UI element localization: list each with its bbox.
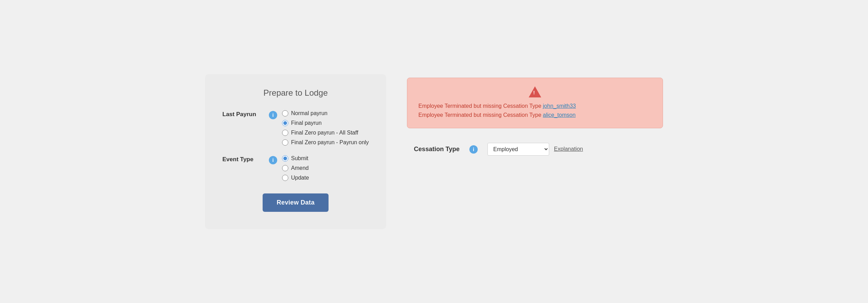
cessation-info-icon[interactable]: i xyxy=(469,145,478,154)
radio-input-submit[interactable] xyxy=(282,155,288,162)
error-line-2: Employee Terminated but missing Cessatio… xyxy=(418,112,652,118)
radio-input-update[interactable] xyxy=(282,175,288,181)
cessation-row: Cessation Type i EmployedResignedRedunda… xyxy=(414,143,663,156)
panel-title: Prepare to Lodge xyxy=(222,88,369,98)
last-payrun-radio-group: Normal payrun Final payrun Final Zero pa… xyxy=(282,110,369,146)
radio-input-final-zero-all[interactable] xyxy=(282,130,288,136)
radio-input-final-zero-only[interactable] xyxy=(282,139,288,146)
left-panel: Prepare to Lodge Last Payrun i Normal pa… xyxy=(205,74,386,229)
radio-amend[interactable]: Amend xyxy=(282,165,309,171)
error-link-1[interactable]: john_smith33 xyxy=(543,103,576,109)
radio-input-final-payrun[interactable] xyxy=(282,120,288,126)
radio-final-payrun[interactable]: Final payrun xyxy=(282,120,369,126)
radio-label-submit: Submit xyxy=(291,155,308,162)
radio-input-amend[interactable] xyxy=(282,165,288,171)
radio-label-final-zero-all: Final Zero payrun - All Staff xyxy=(291,130,358,136)
event-type-info-icon[interactable]: i xyxy=(269,156,277,164)
page-container: Prepare to Lodge Last Payrun i Normal pa… xyxy=(191,60,677,243)
error-link-2[interactable]: alice_tomson xyxy=(543,112,576,118)
event-type-radio-group: Submit Amend Update xyxy=(282,155,309,181)
error-messages: Employee Terminated but missing Cessatio… xyxy=(418,103,652,118)
error-line-1: Employee Terminated but missing Cessatio… xyxy=(418,103,652,109)
error-text-2: Employee Terminated but missing Cessatio… xyxy=(418,112,543,118)
last-payrun-info-icon[interactable]: i xyxy=(269,111,277,119)
error-text-1: Employee Terminated but missing Cessatio… xyxy=(418,103,543,109)
event-type-label: Event Type xyxy=(222,155,264,163)
explanation-link[interactable]: Explanation xyxy=(554,146,583,152)
radio-label-normal-payrun: Normal payrun xyxy=(291,110,327,116)
radio-submit[interactable]: Submit xyxy=(282,155,309,162)
review-data-button[interactable]: Review Data xyxy=(263,193,328,212)
right-panel: Employee Terminated but missing Cessatio… xyxy=(407,74,663,156)
cessation-type-label: Cessation Type xyxy=(414,146,460,153)
radio-input-normal-payrun[interactable] xyxy=(282,110,288,116)
radio-final-zero-only[interactable]: Final Zero payrun - Payrun only xyxy=(282,139,369,146)
radio-label-amend: Amend xyxy=(291,165,309,171)
review-button-row: Review Data xyxy=(222,193,369,212)
radio-final-zero-all[interactable]: Final Zero payrun - All Staff xyxy=(282,130,369,136)
error-box: Employee Terminated but missing Cessatio… xyxy=(407,78,663,128)
cessation-type-select[interactable]: EmployedResignedRedundancyDismissedContr… xyxy=(487,143,549,156)
radio-label-final-zero-only: Final Zero payrun - Payrun only xyxy=(291,139,369,146)
radio-update[interactable]: Update xyxy=(282,175,309,181)
radio-label-final-payrun: Final payrun xyxy=(291,120,322,126)
radio-label-update: Update xyxy=(291,175,309,181)
last-payrun-row: Last Payrun i Normal payrun Final payrun… xyxy=(222,110,369,146)
warning-triangle-icon xyxy=(529,86,541,97)
last-payrun-label: Last Payrun xyxy=(222,110,264,118)
event-type-row: Event Type i Submit Amend Update xyxy=(222,155,369,181)
radio-normal-payrun[interactable]: Normal payrun xyxy=(282,110,369,116)
